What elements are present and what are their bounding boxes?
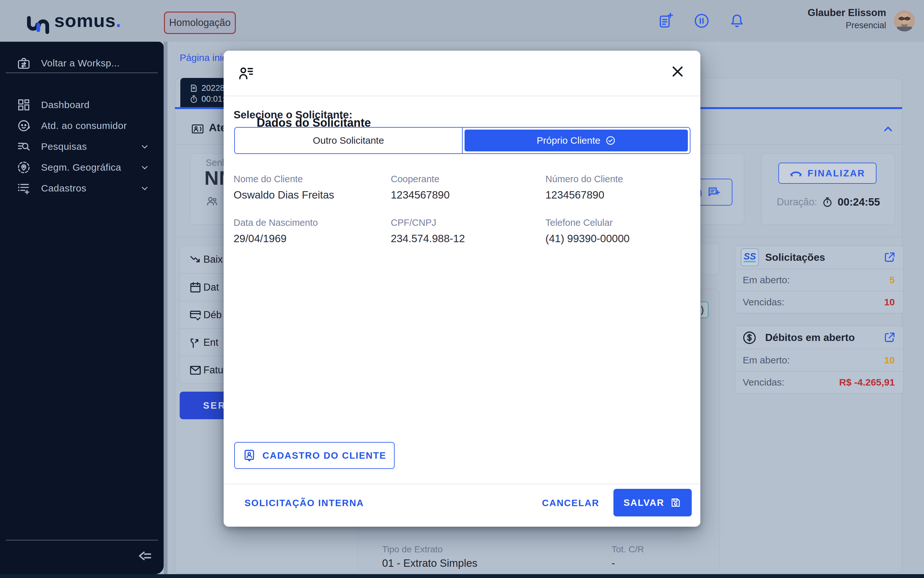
notifications-button[interactable]	[729, 13, 745, 29]
panel-row: Vencidas: 10	[735, 291, 903, 313]
row-label: Em aberto:	[743, 274, 790, 286]
finalizar-button[interactable]: FINALIZAR	[778, 162, 877, 184]
calendar-icon	[189, 281, 202, 294]
finalize-card: FINALIZAR Duração: 00:24:55	[761, 153, 895, 224]
extract-type-label: Tipo de Extrato	[382, 544, 443, 555]
geo-pin-icon	[17, 161, 31, 174]
stopwatch-icon	[189, 95, 198, 104]
field-label: CPF/CNPJ	[391, 218, 535, 228]
row-value: 10	[884, 297, 895, 308]
sidebar-collapse-button[interactable]	[136, 547, 153, 565]
field-label: Data de Nascimento	[234, 218, 378, 228]
breadcrumb[interactable]: Página inic	[180, 52, 227, 63]
logo-dot: .	[116, 10, 121, 31]
debitos-header: Débitos em aberto	[735, 326, 903, 349]
panel-row: Em aberto: 5	[735, 269, 903, 291]
tot-cr-label: Tot. C/R	[612, 544, 644, 555]
cadastro-cliente-label: CADASTRO DO CLIENTE	[262, 450, 386, 461]
segment-selected-fill: Próprio Cliente	[464, 130, 688, 151]
field-value: Oswaldo Dias Freitas	[234, 189, 378, 201]
solicitante-segmented-control: Outro Solicitante Próprio Cliente	[234, 127, 690, 154]
logo-text: somus	[54, 10, 116, 31]
attendance-tab[interactable]: 20228 00:01:	[180, 78, 229, 107]
sidebar-item-pesquisas[interactable]: Pesquisas	[0, 136, 164, 157]
menu-item-label: Ent	[203, 337, 219, 348]
row-label: Vencidas:	[743, 297, 784, 308]
logo-wordmark: somus.	[54, 10, 121, 31]
sidebar-item-segm-geografica[interactable]: Segm. Geográfica	[0, 157, 164, 178]
cancelar-button[interactable]: CANCELAR	[542, 498, 599, 508]
segment-proprio-cliente[interactable]: Próprio Cliente	[463, 128, 690, 153]
environment-badge-label: Homologação	[169, 17, 231, 29]
briefcase-swap-icon	[17, 56, 31, 70]
finalizar-label: FINALIZAR	[807, 168, 865, 179]
top-header: somus. Homologação	[0, 0, 924, 42]
close-button[interactable]	[670, 64, 684, 78]
tab-timer: 00:01:	[201, 94, 224, 104]
panel-row: Vencidas: R$ -4.265,91	[735, 371, 903, 393]
sidebar-item-label: Pesquisas	[41, 141, 87, 152]
list-add-icon	[17, 181, 31, 195]
menu-item-label: Baix	[203, 254, 222, 265]
somus-logo-icon	[26, 16, 51, 34]
user-info[interactable]: Glauber Elissom Presencial	[789, 7, 886, 31]
stopwatch-icon	[822, 196, 833, 208]
field-value: 1234567890	[391, 189, 535, 201]
select-solicitante-label: Selecione o Solicitante:	[234, 109, 352, 121]
sidebar-item-voltar-workspace[interactable]: Voltar a Worksp...	[0, 53, 164, 73]
solicitacao-interna-button[interactable]: SOLICITAÇÃO INTERNA	[244, 498, 364, 508]
avatar[interactable]	[894, 10, 915, 31]
segment-label: Outro Solicitante	[313, 135, 384, 146]
field-value: (41) 99390-00000	[546, 232, 690, 245]
people-icon	[206, 195, 219, 208]
panel-row: Em aberto: 10	[735, 349, 903, 371]
app-root: somus. Homologação	[0, 0, 924, 578]
field-label: Cooperante	[391, 174, 535, 184]
collapse-section-button[interactable]	[882, 123, 895, 136]
sidebar-bottom-divider	[6, 540, 158, 541]
new-note-button[interactable]	[658, 13, 674, 29]
pause-service-button[interactable]	[693, 13, 710, 29]
person-list-icon	[237, 65, 254, 81]
call-end-icon	[789, 169, 802, 177]
solicitacoes-header: SS Solicitações	[735, 246, 903, 269]
chip-fragment-text: )	[701, 304, 704, 315]
field-data-nascimento: Data de Nascimento 29/04/1969	[234, 218, 378, 245]
open-in-new-icon[interactable]	[883, 251, 896, 264]
environment-badge: Homologação	[164, 11, 236, 34]
sidebar-item-label: Atd. ao consumidor	[41, 120, 127, 131]
sidebar-divider	[6, 73, 158, 73]
ss-system-icon: SS	[741, 248, 759, 266]
panel-title: Débitos em aberto	[765, 332, 855, 344]
content-edge-strip	[164, 42, 167, 574]
duration-value: 00:24:55	[838, 196, 880, 208]
sidebar-item-label: Cadastros	[41, 183, 86, 194]
open-in-new-icon[interactable]	[883, 331, 896, 344]
close-icon	[670, 64, 685, 79]
dollar-circle-icon	[742, 330, 757, 345]
field-cpf-cnpj: CPF/CNPJ 234.574.988-12	[391, 218, 535, 245]
salvar-button[interactable]: SALVAR	[614, 489, 692, 516]
collapse-arrow-icon	[136, 547, 153, 565]
field-telefone-celular: Telefone Celular (41) 99390-00000	[546, 218, 690, 245]
row-label: Em aberto:	[743, 355, 790, 366]
row-label: Vencidas:	[743, 377, 784, 388]
field-value: 234.574.988-12	[391, 232, 535, 245]
sidebar-item-label: Segm. Geográfica	[41, 162, 121, 173]
sidebar-item-cadastros[interactable]: Cadastros	[0, 178, 164, 198]
trend-down-icon	[189, 253, 202, 266]
user-mode: Presencial	[789, 21, 886, 31]
extract-type-value: 01 - Extrato Simples	[382, 557, 477, 569]
tab-protocol: 20228	[201, 83, 224, 93]
field-value: 29/04/1969	[234, 232, 378, 245]
segment-outro-solicitante[interactable]: Outro Solicitante	[235, 128, 463, 153]
field-numero-do-cliente: Número do Cliente 1234567890	[546, 174, 690, 201]
chevron-up-icon	[882, 123, 895, 136]
sidebar: Voltar a Worksp... Dashboard At	[0, 42, 164, 574]
sidebar-item-dashboard[interactable]: Dashboard	[0, 95, 164, 115]
row-value: 5	[889, 274, 895, 286]
sidebar-item-atd-consumidor[interactable]: Atd. ao consumidor	[0, 115, 164, 136]
field-label: Nome do Cliente	[234, 174, 378, 184]
pause-circle-icon	[693, 13, 710, 29]
cadastro-cliente-button[interactable]: CADASTRO DO CLIENTE	[234, 442, 395, 469]
